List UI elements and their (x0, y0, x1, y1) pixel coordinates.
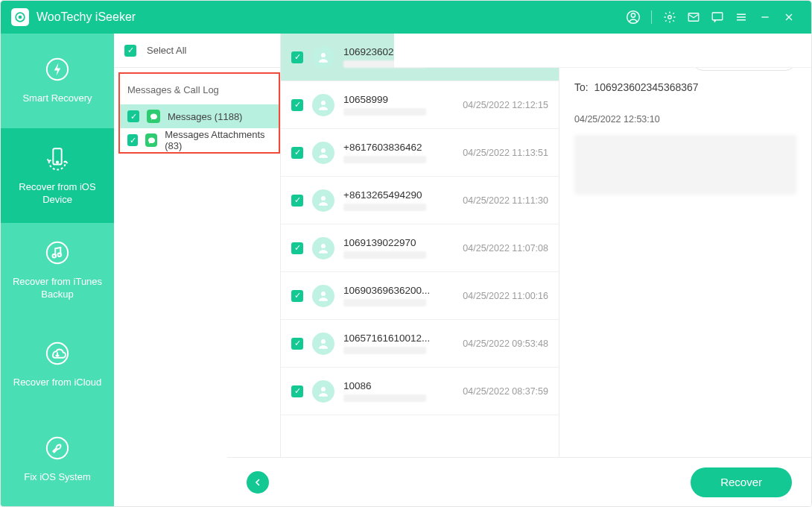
message-thread[interactable]: ✓+861326549429004/25/2022 11:11:30 (281, 177, 559, 224)
detail-to-line: To: 106923602345368367 (574, 81, 796, 93)
mail-icon[interactable] (682, 5, 705, 29)
thread-preview (343, 156, 426, 163)
svg-point-21 (321, 339, 326, 344)
minimize-icon[interactable] (753, 5, 777, 29)
thread-time: 04/25/2022 11:07:08 (463, 243, 548, 254)
thread-time: 04/25/2022 12:12:15 (463, 100, 548, 110)
menu-icon[interactable] (729, 5, 753, 29)
avatar (312, 285, 334, 307)
avatar (312, 189, 334, 212)
avatar (312, 46, 334, 69)
message-thread[interactable]: ✓1065899904/25/2022 12:12:15 (281, 81, 559, 129)
avatar (312, 94, 334, 116)
gear-icon[interactable] (658, 5, 682, 29)
checkbox[interactable]: ✓ (291, 290, 303, 302)
sidebar-item-recover-icloud[interactable]: Recover from iCloud (1, 318, 114, 412)
detail-to-value: 106923602345368367 (594, 81, 698, 93)
message-thread[interactable]: ✓+861760383646204/25/2022 11:13:51 (281, 129, 559, 177)
category-group-header: Messages & Call Log (120, 74, 279, 104)
detail-to-label: To: (574, 81, 589, 93)
select-all-row[interactable]: ✓ Select All (114, 34, 280, 68)
recover-button[interactable]: Recover (691, 467, 792, 497)
sidebar-item-recover-ios-device[interactable]: Recover from iOS Device (1, 128, 114, 223)
messages-app-icon (147, 110, 160, 123)
account-icon[interactable] (621, 5, 645, 29)
bolt-circle-icon (45, 57, 70, 85)
thread-title: +8617603836462 (343, 142, 454, 153)
category-label: Messages Attachments (83) (165, 129, 271, 151)
checkbox[interactable]: ✓ (291, 242, 303, 254)
phone-refresh-icon (45, 145, 70, 174)
checkbox[interactable]: ✓ (291, 195, 303, 207)
detail-panel: To: 106923602345368367 04/25/2022 12:53:… (559, 34, 811, 457)
svg-point-3 (631, 13, 635, 17)
svg-point-16 (321, 101, 326, 105)
list-toolbar (394, 34, 811, 68)
thread-time: 04/25/2022 09:53:48 (463, 338, 548, 349)
svg-point-19 (321, 244, 326, 248)
avatar (312, 333, 334, 355)
detail-timestamp: 04/25/2022 12:53:10 (574, 114, 796, 125)
thread-preview (343, 251, 426, 259)
svg-point-9 (57, 161, 58, 163)
app-logo (11, 8, 29, 26)
thread-title: 10690369636200... (343, 285, 454, 296)
category-panel: ✓ Select All Messages & Call Log ✓ Messa… (114, 34, 281, 457)
checkbox[interactable]: ✓ (291, 99, 303, 111)
sidebar-item-label: Recover from iTunes Backup (7, 276, 108, 301)
thread-time: 04/25/2022 08:37:59 (463, 386, 548, 397)
category-label: Messages (1188) (168, 111, 242, 122)
messages-app-icon (145, 133, 157, 147)
thread-time: 04/25/2022 11:11:30 (463, 195, 548, 206)
sidebar-item-label: Smart Recovery (22, 92, 92, 105)
checkbox[interactable]: ✓ (291, 147, 303, 159)
svg-point-20 (321, 292, 326, 296)
music-refresh-icon (45, 240, 70, 268)
thread-time: 04/25/2022 11:13:51 (463, 148, 548, 158)
message-thread[interactable]: ✓1008604/25/2022 08:37:59 (281, 368, 559, 415)
sidebar-item-recover-itunes[interactable]: Recover from iTunes Backup (1, 223, 114, 318)
svg-point-18 (321, 196, 326, 201)
category-messages[interactable]: ✓ Messages (1188) (120, 104, 279, 128)
sidebar: Smart Recovery Recover from iOS Device R… (1, 34, 114, 506)
title-bar: WooTechy iSeeker (1, 1, 811, 34)
sidebar-item-fix-ios[interactable]: Fix iOS System (1, 412, 114, 507)
thread-preview (343, 108, 426, 116)
svg-point-15 (321, 53, 326, 57)
svg-point-17 (321, 148, 326, 153)
close-icon[interactable] (777, 5, 801, 29)
select-all-checkbox[interactable]: ✓ (124, 45, 136, 57)
message-thread[interactable]: ✓10657161610012...04/25/2022 09:53:48 (281, 320, 559, 368)
thread-preview (343, 204, 426, 211)
thread-time: 04/25/2022 11:00:16 (463, 291, 548, 301)
checkbox[interactable]: ✓ (127, 110, 139, 122)
thread-preview (343, 394, 426, 402)
feedback-icon[interactable] (705, 5, 729, 29)
checkbox[interactable]: ✓ (291, 385, 303, 397)
svg-point-12 (58, 253, 62, 256)
sidebar-item-label: Recover from iCloud (13, 377, 102, 389)
thread-title: 10086 (343, 380, 454, 391)
arrow-left-icon (252, 476, 264, 488)
thread-preview (343, 347, 426, 354)
thread-title: +8613265494290 (343, 189, 454, 201)
checkbox[interactable]: ✓ (291, 51, 303, 63)
category-messages-attachments[interactable]: ✓ Messages Attachments (83) (120, 128, 279, 152)
footer-bar: Recover (227, 457, 811, 506)
svg-point-10 (47, 242, 68, 262)
back-button[interactable] (247, 471, 269, 494)
detail-message-body (574, 135, 796, 195)
svg-rect-6 (712, 13, 723, 20)
message-thread[interactable]: ✓106913902297004/25/2022 11:07:08 (281, 224, 559, 272)
thread-title: 10657161610012... (343, 333, 454, 344)
checkbox[interactable]: ✓ (127, 134, 138, 146)
svg-point-14 (47, 438, 68, 459)
checkbox[interactable]: ✓ (291, 338, 303, 350)
svg-point-1 (19, 16, 22, 19)
message-list-panel: ✓10692360234536...04/25/2022 12:53:10✓10… (281, 34, 559, 457)
avatar (312, 142, 334, 164)
sidebar-item-smart-recovery[interactable]: Smart Recovery (1, 34, 114, 128)
select-all-label: Select All (147, 45, 186, 56)
message-thread[interactable]: ✓10690369636200...04/25/2022 11:00:16 (281, 272, 559, 320)
app-title: WooTechy iSeeker (37, 10, 136, 24)
